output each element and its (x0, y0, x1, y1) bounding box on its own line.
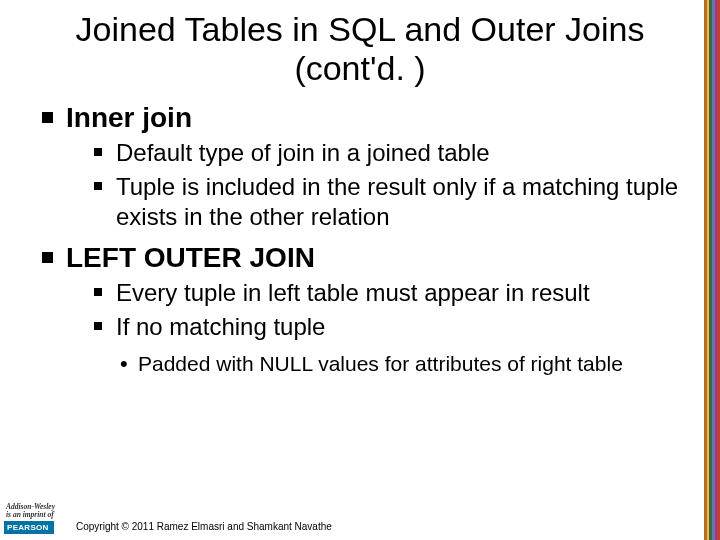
slide: Joined Tables in SQL and Outer Joins (co… (0, 0, 720, 540)
publisher-text: Addison-Wesley is an imprint of (4, 503, 66, 519)
list-item: Tuple is included in the result only if … (94, 172, 690, 232)
bullet-list-level2: Every tuple in left table must appear in… (66, 278, 690, 342)
list-item: Every tuple in left table must appear in… (94, 278, 690, 308)
section-heading: Inner join (66, 102, 192, 133)
footer: Addison-Wesley is an imprint of PEARSON … (0, 503, 720, 534)
slide-title: Joined Tables in SQL and Outer Joins (co… (0, 0, 720, 94)
bullet-list-level2: Default type of join in a joined table T… (66, 138, 690, 232)
copyright-text: Copyright © 2011 Ramez Elmasri and Shamk… (76, 521, 332, 532)
bullet-list-level1: Inner join Default type of join in a joi… (40, 102, 690, 376)
content-area: Inner join Default type of join in a joi… (0, 94, 720, 376)
section-heading: LEFT OUTER JOIN (66, 242, 315, 273)
list-item: Default type of join in a joined table (94, 138, 690, 168)
list-item: Padded with NULL values for attributes o… (120, 352, 690, 376)
publisher-line2: is an imprint of (6, 510, 54, 519)
publisher-logo: Addison-Wesley is an imprint of PEARSON (4, 503, 66, 534)
decorative-sidebar (704, 0, 720, 540)
bullet-list-level3: Padded with NULL values for attributes o… (66, 352, 690, 376)
section-inner-join: Inner join Default type of join in a joi… (40, 102, 690, 232)
list-item: If no matching tuple (94, 312, 690, 342)
pearson-badge: PEARSON (4, 521, 54, 534)
section-left-outer-join: LEFT OUTER JOIN Every tuple in left tabl… (40, 242, 690, 376)
